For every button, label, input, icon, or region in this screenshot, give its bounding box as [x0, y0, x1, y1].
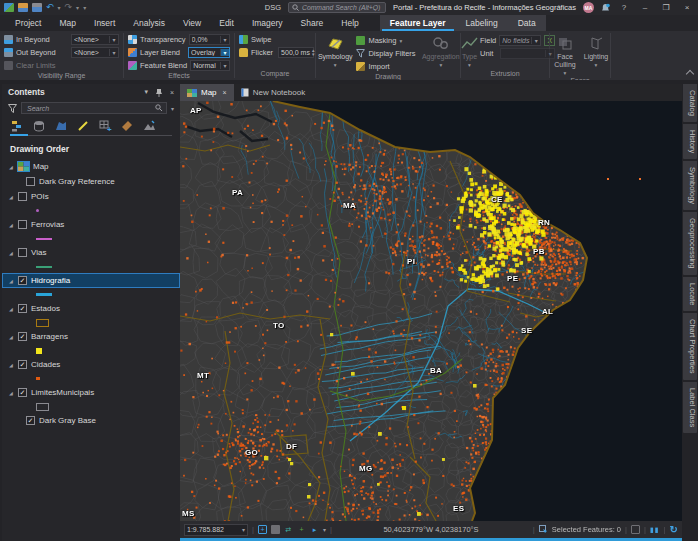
- pause-drawing-icon[interactable]: [271, 525, 280, 534]
- edit-pencil-icon[interactable]: [76, 120, 90, 133]
- layer-checkbox[interactable]: ✓: [18, 388, 27, 397]
- command-search[interactable]: [288, 2, 386, 13]
- in-beyond-select[interactable]: <None>▾: [71, 34, 119, 45]
- navigate-icon[interactable]: ▸: [310, 525, 319, 534]
- legend-symbol-ferrovias[interactable]: [36, 238, 52, 240]
- menu-tab-view[interactable]: View: [174, 16, 210, 31]
- layer-checkbox[interactable]: ✓: [18, 304, 27, 313]
- redo-dropdown-icon[interactable]: ▾: [76, 4, 79, 11]
- layer-checkbox[interactable]: ✓: [18, 332, 27, 341]
- extrusion-field-select[interactable]: No fields▾: [499, 35, 541, 46]
- dock-tab-chart-properties[interactable]: Chart Properties: [683, 313, 697, 380]
- panel-close-icon[interactable]: ×: [170, 89, 174, 96]
- save-project-icon[interactable]: [32, 3, 42, 12]
- expander-icon[interactable]: ◢: [8, 194, 14, 200]
- dock-tab-geoprocessing[interactable]: Geoprocessing: [683, 212, 697, 274]
- layer-row-pois[interactable]: ◢POIs: [2, 189, 180, 204]
- expander-icon[interactable]: ◢: [8, 278, 14, 284]
- dock-tab-locate[interactable]: Locate: [683, 277, 697, 312]
- legend-symbol-barragens[interactable]: [36, 348, 42, 354]
- layer-row-cidades[interactable]: ◢✓Cidades: [2, 357, 180, 372]
- layer-checkbox[interactable]: [18, 248, 27, 257]
- contextual-tab-labeling[interactable]: Labeling: [456, 16, 508, 31]
- layer-row-barragens[interactable]: ◢✓Barragens: [2, 329, 180, 344]
- menu-tab-edit[interactable]: Edit: [210, 16, 243, 31]
- drawing-order-icon[interactable]: [10, 120, 24, 133]
- feature-blend-select[interactable]: Normal▾: [190, 60, 230, 71]
- layer-row-estados[interactable]: ◢✓Estados: [2, 301, 180, 316]
- lighting-button[interactable]: Lighting▾: [583, 34, 609, 69]
- search-options-icon[interactable]: ▾: [171, 105, 174, 112]
- status-more-icon[interactable]: ▾: [323, 526, 326, 533]
- maximize-button[interactable]: ❒: [659, 3, 673, 12]
- layer-row-limitesmunicipais[interactable]: ◢✓LimitesMunicipais: [2, 385, 180, 400]
- legend-symbol-pois[interactable]: [36, 209, 39, 212]
- pause-icon[interactable]: ▮▮: [650, 526, 660, 534]
- panel-menu-icon[interactable]: ▾: [144, 88, 148, 96]
- grid-add-icon[interactable]: +: [98, 120, 112, 133]
- expander-icon[interactable]: ◢: [8, 306, 14, 312]
- clear-limits-button[interactable]: Clear Limits: [16, 61, 56, 70]
- add-bookmark-icon[interactable]: +: [258, 525, 267, 534]
- open-project-icon[interactable]: [18, 3, 28, 12]
- layer-row-map[interactable]: ◢Map: [2, 159, 180, 174]
- layer-row-dark-gray-base[interactable]: ✓Dark Gray Base: [2, 413, 180, 428]
- display-filters-button[interactable]: Display Filters: [356, 47, 415, 60]
- contents-search[interactable]: [21, 102, 167, 114]
- new-project-icon[interactable]: [4, 3, 14, 12]
- refresh-icon[interactable]: ↻: [670, 524, 678, 535]
- close-view-icon[interactable]: ×: [223, 89, 227, 96]
- expander-icon[interactable]: ◢: [8, 250, 14, 256]
- menu-tab-project[interactable]: Project: [6, 16, 50, 31]
- new-layer-icon[interactable]: +: [297, 525, 306, 534]
- layer-row-vias[interactable]: ◢Vias: [2, 245, 180, 260]
- layer-row-dark-gray-reference[interactable]: Dark Gray Reference: [2, 174, 180, 189]
- notifications-bell-icon[interactable]: [601, 3, 610, 13]
- menu-tab-help[interactable]: Help: [332, 16, 367, 31]
- layer-checkbox[interactable]: ✓: [18, 276, 27, 285]
- undo-dropdown-icon[interactable]: ▾: [58, 4, 61, 11]
- masking-button[interactable]: Masking▾: [356, 34, 415, 47]
- legend-symbol-limitesmunicipais[interactable]: [36, 403, 49, 411]
- contents-search-input[interactable]: [25, 104, 152, 113]
- layer-checkbox[interactable]: [26, 177, 35, 186]
- expander-icon[interactable]: ◢: [8, 164, 14, 170]
- minimize-button[interactable]: –: [638, 3, 652, 12]
- swap-view-icon[interactable]: ⇄: [284, 525, 293, 534]
- expander-icon[interactable]: ◢: [8, 334, 14, 340]
- dock-tab-symbology[interactable]: Symbology: [683, 161, 697, 210]
- label-tag-icon[interactable]: [120, 120, 134, 133]
- extrusion-type-button[interactable]: Type▾: [461, 34, 478, 69]
- menu-tab-share[interactable]: Share: [292, 16, 333, 31]
- import-button[interactable]: Import: [356, 60, 415, 73]
- layer-row-ferrovias[interactable]: ◢Ferrovias: [2, 217, 180, 232]
- map-canvas[interactable]: [180, 101, 682, 521]
- snapping-toggle-icon[interactable]: [631, 525, 640, 534]
- legend-symbol-vias[interactable]: [36, 266, 52, 268]
- undo-icon[interactable]: ↶: [46, 3, 54, 12]
- help-button[interactable]: ?: [617, 3, 631, 12]
- menu-tab-insert[interactable]: Insert: [85, 16, 124, 31]
- dock-tab-history[interactable]: History: [683, 124, 697, 159]
- collapse-ribbon-icon[interactable]: [686, 70, 694, 78]
- close-button[interactable]: ×: [680, 3, 694, 12]
- layer-checkbox[interactable]: ✓: [18, 360, 27, 369]
- qat-customize-icon[interactable]: ▾: [83, 4, 86, 11]
- flicker-duration-input[interactable]: 500,0 ms▲▼: [278, 47, 314, 58]
- dock-tab-catalog[interactable]: Catalog: [683, 84, 697, 122]
- menu-tab-imagery[interactable]: Imagery: [243, 16, 292, 31]
- terrain-icon[interactable]: [142, 120, 156, 133]
- layer-checkbox[interactable]: [18, 192, 27, 201]
- data-source-icon[interactable]: [32, 120, 46, 133]
- dock-tab-label-class[interactable]: Label Class: [683, 382, 697, 433]
- visibility-icon[interactable]: [54, 120, 68, 133]
- selected-features-count[interactable]: Selected Features: 0: [552, 525, 621, 534]
- pin-icon[interactable]: [155, 88, 163, 97]
- legend-symbol-hidrografia[interactable]: [36, 293, 52, 296]
- layer-checkbox[interactable]: ✓: [26, 416, 35, 425]
- expander-icon[interactable]: ◢: [8, 222, 14, 228]
- legend-symbol-estados[interactable]: [36, 319, 49, 327]
- redo-icon[interactable]: ↷: [65, 3, 73, 12]
- legend-symbol-cidades[interactable]: [36, 377, 40, 381]
- swipe-button[interactable]: Swipe: [235, 33, 315, 46]
